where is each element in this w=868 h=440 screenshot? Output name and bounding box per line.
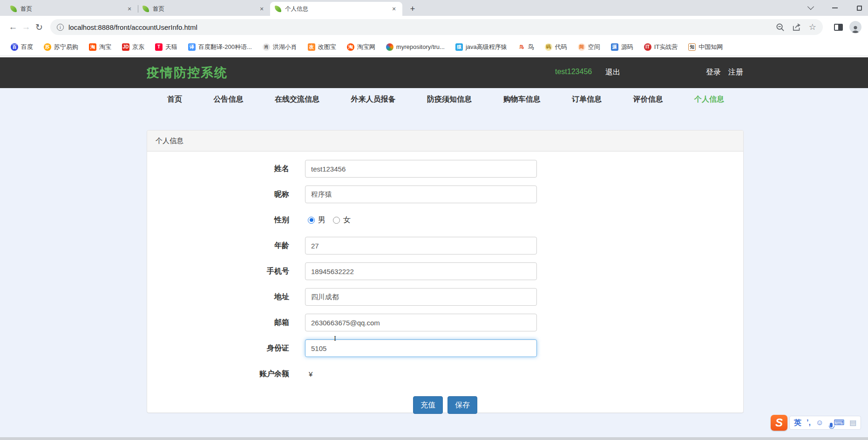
recharge-button[interactable]: 充值 [413,396,443,414]
window-bottom-edge [0,437,868,440]
tab-home-1[interactable]: 首页 ✕ [6,2,138,16]
address-input[interactable] [305,288,537,306]
address-bar[interactable]: i localhost:8888/front/accountUserInfo.h… [50,19,823,35]
java-cat-icon: 猿 [455,43,463,51]
nav-item-profile[interactable]: 个人信息 [694,95,724,104]
register-link[interactable]: 注册 [728,68,743,77]
bookmark-itcamp[interactable]: ITIT实战营 [641,41,681,53]
login-link[interactable]: 登录 [706,68,721,77]
ime-smiley-icon[interactable]: ☺ [816,419,823,426]
taobao-icon: 淘 [347,43,354,51]
profile-avatar[interactable] [849,21,861,33]
form-row-gender: 性别 男 女 [147,211,743,229]
bookmark-gaitubao[interactable]: 改改图宝 [305,41,339,53]
tab-home-2[interactable]: 首页 ✕ [138,2,270,16]
gender-female-radio[interactable] [333,217,340,224]
form-row-name: 姓名 [147,160,743,178]
logout-link[interactable]: 退出 [605,68,620,77]
bookmark-taobao[interactable]: 淘淘宝 [86,41,115,53]
nav-item-visitor-report[interactable]: 外来人员报备 [351,95,396,104]
url-text[interactable]: localhost:8888/front/accountUserInfo.htm… [68,23,771,31]
suning-lion-icon: 苏 [44,43,51,51]
colorwheel-icon [386,43,393,51]
profile-panel: 个人信息 姓名 昵称 性别 男 女 [147,130,744,413]
nickname-label: 昵称 [147,190,289,199]
bookmark-star-icon[interactable]: ☆ [809,23,816,31]
nav-item-epidemic-notice[interactable]: 防疫须知信息 [427,95,472,104]
nickname-input[interactable] [305,186,537,203]
forward-icon[interactable]: → [20,21,33,34]
nav-item-cart[interactable]: 购物车信息 [503,95,541,104]
nav-item-reviews[interactable]: 评价信息 [633,95,663,104]
nav-item-home[interactable]: 首页 [167,95,182,104]
side-panel-icon[interactable] [834,24,843,31]
age-label: 年龄 [147,241,289,251]
itcamp-icon: IT [644,43,651,51]
bookmark-honghu[interactable]: 肖洪湖小肖 [259,41,300,53]
bookmark-baidu[interactable]: 百百度 [7,41,36,53]
email-input[interactable] [305,314,537,331]
bookmark-suning[interactable]: 苏苏宁易购 [41,41,81,53]
ime-keyboard-icon[interactable]: ⌨ [834,419,844,426]
bookmark-code[interactable]: 码代码 [542,41,570,53]
name-label: 姓名 [147,164,289,174]
name-input[interactable] [305,160,537,178]
bookmark-baidu-translate[interactable]: 译百度翻译-200种语... [185,41,255,53]
gender-male-radio[interactable] [308,217,315,224]
ime-language-toggle[interactable]: 英 [794,419,801,426]
gender-female-label: 女 [343,215,351,225]
form-row-idcard: 身份证 I [147,339,743,357]
baidu-paw-icon: 百 [11,43,18,51]
gender-label: 性别 [147,215,289,225]
nav-item-announcements[interactable]: 公告信息 [214,95,244,104]
site-header: 疫情防控系统 test123456 退出 登录 注册 [0,57,868,88]
bookmark-qzone[interactable]: 间空间 [575,41,604,53]
bookmark-cnki[interactable]: 知中国知网 [685,41,726,53]
bookmark-tmall[interactable]: T天猫 [152,41,181,53]
idcard-input[interactable] [305,339,537,357]
bookmark-jd[interactable]: JD京东 [119,41,148,53]
form-actions: 充值 保存 [147,396,743,414]
nav-item-online-chat[interactable]: 在线交流信息 [275,95,319,104]
ime-toolbox-icon[interactable]: ▤ [849,419,856,426]
webpage: 疫情防控系统 test123456 退出 登录 注册 首页 公告信息 在线交流信… [0,56,868,437]
ime-punctuation-icon[interactable]: ’, [807,419,811,426]
phone-input[interactable] [305,262,537,280]
bookmark-java[interactable]: 猿java高级程序猿 [452,41,510,53]
site-info-icon[interactable]: i [57,24,64,31]
email-label: 邮箱 [147,318,289,328]
bookmarks-bar: 百百度 苏苏宁易购 淘淘宝 JD京东 T天猫 译百度翻译-200种语... 肖洪… [0,38,868,56]
person-icon [851,25,860,33]
tab-close-icon[interactable]: ✕ [390,5,398,13]
taobao-icon: 淘 [89,43,96,51]
leaf-favicon-icon [275,6,281,12]
site-title: 疫情防控系统 [147,64,228,81]
restore-button[interactable] [855,4,863,12]
minimize-button[interactable] [831,4,839,12]
bird-sketch-icon: 肖 [263,43,270,51]
address-label: 地址 [147,292,289,302]
bookmark-taobao-net[interactable]: 淘淘宝网 [344,41,379,53]
tab-search-chevron-icon[interactable] [807,4,815,12]
tab-userinfo[interactable]: 个人信息 ✕ [270,2,402,16]
reload-icon[interactable]: ↻ [33,21,46,34]
bookmark-bird[interactable]: 鸟鸟 [515,41,537,53]
sogou-logo-icon[interactable]: S [771,415,787,431]
share-icon[interactable] [792,23,801,32]
bookmark-source[interactable]: 源源码 [608,41,637,53]
gaitubao-icon: 改 [308,43,315,51]
balance-label: 账户余额 [147,369,289,379]
bookmark-myrepository[interactable]: myrepository/tru... [383,42,448,52]
nav-item-orders[interactable]: 订单信息 [572,95,602,104]
save-button[interactable]: 保存 [448,396,477,414]
ime-buttons: 英 ’, ☺ ⌨ ▤ [789,416,861,430]
back-icon[interactable]: ← [7,21,20,34]
tab-close-icon[interactable]: ✕ [258,5,265,13]
tab-close-icon[interactable]: ✕ [126,5,133,13]
age-input[interactable] [305,237,537,254]
new-tab-button[interactable]: + [406,2,419,15]
browser-tab-bar: 首页 ✕ 首页 ✕ 个人信息 ✕ + [0,0,868,16]
zoom-out-icon[interactable] [776,23,785,32]
cnki-icon: 知 [688,43,696,51]
tmall-icon: T [155,43,163,51]
